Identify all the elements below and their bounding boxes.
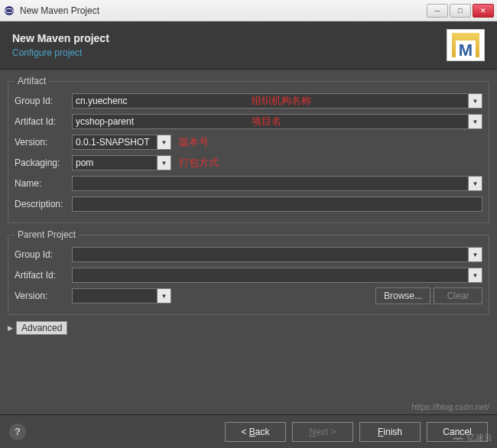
chevron-down-icon[interactable]: ▼ xyxy=(468,248,482,261)
eclipse-icon xyxy=(3,5,15,17)
parent-group-id-label: Group Id: xyxy=(15,249,72,260)
chevron-down-icon[interactable]: ▼ xyxy=(157,135,171,149)
description-input[interactable] xyxy=(72,196,482,212)
triangle-right-icon: ▶ xyxy=(8,324,13,332)
svg-point-0 xyxy=(5,6,14,15)
titlebar: New Maven Project ─ □ ✕ xyxy=(0,0,497,21)
page-title: New Maven project xyxy=(12,32,447,44)
maximize-button[interactable]: □ xyxy=(450,4,471,18)
chevron-down-icon[interactable]: ▼ xyxy=(468,177,482,190)
version-input[interactable]: 0.0.1-SNAPSHOT ▼ xyxy=(72,135,171,150)
wizard-header: New Maven project Configure project xyxy=(0,21,497,70)
packaging-label: Packaging: xyxy=(15,157,72,168)
version-note: 版本号 xyxy=(179,135,209,149)
description-label: Description: xyxy=(15,199,72,209)
maven-icon xyxy=(447,29,485,61)
browse-button[interactable]: Browse... xyxy=(375,287,430,304)
name-label: Name: xyxy=(15,178,72,189)
parent-version-label: Version: xyxy=(15,291,72,301)
parent-artifact-id-label: Artifact Id: xyxy=(15,270,72,281)
version-label: Version: xyxy=(15,137,72,148)
parent-artifact-id-input[interactable]: ▼ xyxy=(72,268,482,283)
artifact-legend: Artifact xyxy=(15,76,49,86)
name-input[interactable]: ▼ xyxy=(72,176,482,191)
clear-button[interactable]: Clear xyxy=(434,287,482,304)
help-icon[interactable]: ? xyxy=(9,424,26,440)
minimize-button[interactable]: ─ xyxy=(427,4,448,18)
parent-legend: Parent Project xyxy=(15,229,79,240)
packaging-note: 打包方式 xyxy=(179,156,219,170)
group-id-note: 组织机构名称 xyxy=(252,94,311,108)
back-button[interactable]: < Back xyxy=(225,422,286,442)
wizard-footer: ? < Back Next > Finish Cancel xyxy=(0,414,497,448)
close-button[interactable]: ✕ xyxy=(473,4,494,18)
page-subtitle: Configure project xyxy=(12,47,447,58)
chevron-down-icon[interactable]: ▼ xyxy=(468,115,482,128)
next-button: Next > xyxy=(292,422,353,442)
group-id-label: Group Id: xyxy=(15,96,72,106)
chevron-down-icon[interactable]: ▼ xyxy=(157,289,171,303)
artifact-id-label: Artifact Id: xyxy=(15,116,72,127)
parent-group-id-input[interactable]: ▼ xyxy=(72,247,482,262)
finish-button[interactable]: Finish xyxy=(359,422,421,442)
parent-version-input[interactable]: ▼ xyxy=(72,288,171,304)
chevron-down-icon[interactable]: ▼ xyxy=(468,94,482,108)
packaging-input[interactable]: pom ▼ xyxy=(72,155,171,170)
advanced-toggle[interactable]: ▶ Advanced xyxy=(8,321,489,335)
watermark: https://blog.csdn.net/ xyxy=(411,402,489,411)
chevron-down-icon[interactable]: ▼ xyxy=(468,268,482,282)
artifact-id-note: 项目名 xyxy=(252,115,281,128)
chevron-down-icon[interactable]: ▼ xyxy=(157,156,171,170)
window-title: New Maven Project xyxy=(20,5,427,16)
artifact-group: Artifact Group Id: cn.yuechenc ▼ 组织机构名称 … xyxy=(8,76,489,223)
advanced-label: Advanced xyxy=(16,321,67,335)
parent-group: Parent Project Group Id: ▼ Artifact Id: … xyxy=(8,229,489,315)
watermark-logo: 亿速云 xyxy=(452,432,492,443)
